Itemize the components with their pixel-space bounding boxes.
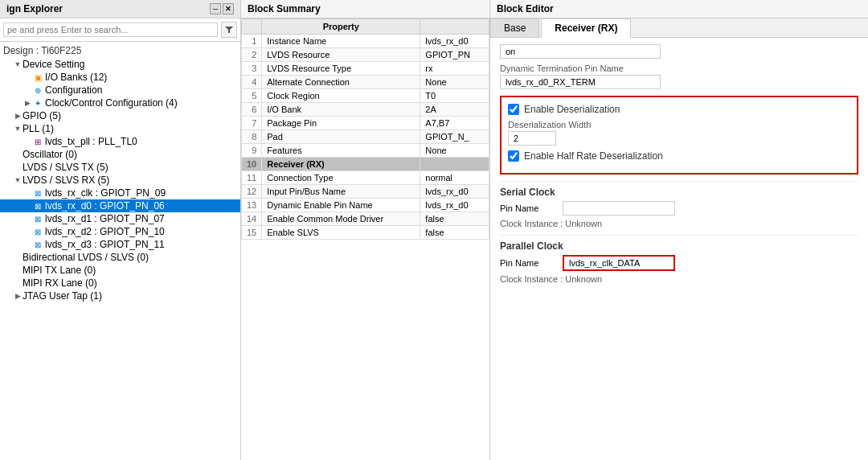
row-val [420, 158, 489, 171]
tree-item-pll-item[interactable]: ⊞ lvds_tx_pll : PLL_TL0 [0, 135, 240, 148]
tree-item-lvds-rx-clk[interactable]: ⊠ lvds_rx_clk : GPIOT_PN_09 [0, 187, 240, 199]
tree-label: lvds_rx_clk : GPIOT_PN_09 [45, 187, 166, 199]
row-prop: Dynamic Enable Pin Name [262, 199, 420, 212]
expand-arrow: ▼ [13, 125, 23, 133]
tree-item-configuration[interactable]: ⊕ Configuration [0, 84, 240, 97]
tree-item-clock-control[interactable]: ▶ ✦ Clock/Control Configuration (4) [0, 97, 240, 109]
filter-button[interactable] [221, 22, 237, 38]
serial-pin-label: Pin Name [500, 203, 556, 213]
row-num: 8 [242, 130, 262, 144]
dynamic-term-row: Dynamic Termination Pin Name [500, 64, 858, 89]
row-val: rx [420, 62, 489, 76]
row-val: GPIOT_PN [420, 48, 489, 62]
search-input[interactable] [3, 23, 218, 37]
row-val: GPIOT_N_ [420, 130, 489, 144]
row-val: None [420, 144, 489, 158]
tree-label: Configuration [45, 84, 102, 96]
tree-item-oscillator[interactable]: Oscillator (0) [0, 148, 240, 161]
close-btn[interactable]: ✕ [223, 3, 234, 14]
row-prop: Enable SLVS [262, 226, 420, 240]
tree-item-gpio[interactable]: ▶ GPIO (5) [0, 109, 240, 122]
dynamic-term-label: Dynamic Termination Pin Name [500, 64, 858, 73]
tree-item-bidirectional[interactable]: Bidirectional LVDS / SLVS (0) [0, 251, 240, 264]
tree-label: LVDS / SLVS RX (5) [23, 175, 109, 186]
deserialization-width-input[interactable] [508, 131, 556, 146]
pll-icon: ⊞ [32, 136, 43, 147]
tab-receiver-rx[interactable]: Receiver (RX) [541, 18, 631, 38]
table-row: 6 I/O Bank 2A [242, 103, 489, 117]
serial-pin-row: Pin Name [500, 201, 858, 216]
row-num: 14 [242, 212, 262, 226]
tree-label: GPIO (5) [23, 110, 61, 121]
tree-item-io-banks[interactable]: ▣ I/O Banks (12) [0, 71, 240, 84]
table-row: 9 Features None [242, 144, 489, 158]
row-val: normal [420, 171, 489, 185]
parallel-pin-label: Pin Name [500, 258, 556, 268]
block-editor-header: Block Editor [490, 0, 868, 18]
explorer-header: ign Explorer ─ ✕ [0, 0, 240, 18]
table-row-highlighted: 10 Receiver (RX) [242, 158, 489, 171]
tab-base[interactable]: Base [490, 18, 539, 37]
tree-item-mipi-rx[interactable]: MIPI RX Lane (0) [0, 277, 240, 290]
row-num: 6 [242, 103, 262, 117]
enable-deserialization-label: Enable Deserialization [524, 104, 620, 115]
tree-label: lvds_rx_d0 : GPIOT_PN_06 [45, 200, 165, 212]
parallel-clock-instance: Clock Instance : Unknown [500, 274, 858, 284]
tree-item-lvds-rx-d0[interactable]: ⊠ lvds_rx_d0 : GPIOT_PN_06 [0, 199, 240, 212]
enable-half-rate-row: Enable Half Rate Deserialization [508, 150, 850, 162]
block-summary-title: Block Summary [248, 3, 321, 14]
value-col-header [420, 19, 489, 35]
row-num: 15 [242, 226, 262, 240]
row-prop: Features [262, 144, 420, 158]
expand-arrow: ▼ [13, 176, 23, 184]
tree-item-device-setting[interactable]: ▼ Device Setting [0, 58, 240, 71]
tree-label: Device Setting [23, 59, 84, 70]
tree-item-lvds-rx-d3[interactable]: ⊠ lvds_rx_d3 : GPIOT_PN_11 [0, 238, 240, 251]
on-value-input[interactable] [500, 44, 661, 59]
tree-item-lvds-rx-d2[interactable]: ⊠ lvds_rx_d2 : GPIOT_PN_10 [0, 225, 240, 238]
tree-label: Bidirectional LVDS / SLVS (0) [23, 252, 149, 263]
serial-clock-section: Serial Clock Pin Name Clock Instance : U… [500, 181, 858, 228]
serial-pin-input[interactable] [563, 201, 675, 216]
io-banks-icon: ▣ [32, 72, 43, 83]
row-prop: I/O Bank [262, 103, 420, 117]
row-num: 11 [242, 171, 262, 185]
enable-deserialization-checkbox[interactable] [508, 104, 519, 115]
block-editor-title: Block Editor [497, 3, 554, 14]
row-val: false [420, 212, 489, 226]
table-row: 13 Dynamic Enable Pin Name lvds_rx_d0 [242, 199, 489, 212]
tree-item-jtag[interactable]: ▶ JTAG User Tap (1) [0, 290, 240, 302]
table-row: 3 LVDS Resource Type rx [242, 62, 489, 76]
tree-item-lvds-rx[interactable]: ▼ LVDS / SLVS RX (5) [0, 174, 240, 187]
row-num: 2 [242, 48, 262, 62]
rx-d3-icon: ⊠ [32, 239, 43, 250]
row-val: lvds_rx_d0 [420, 199, 489, 212]
block-table: Property 1 Instance Name lvds_rx_d0 2 LV… [241, 18, 489, 460]
row-num: 1 [242, 35, 262, 48]
dynamic-term-input[interactable] [500, 75, 661, 89]
tree-item-lvds-tx[interactable]: LVDS / SLVS TX (5) [0, 161, 240, 174]
row-prop: Connection Type [262, 171, 420, 185]
block-summary-header: Block Summary [241, 0, 489, 18]
expand-arrow: ▶ [13, 292, 23, 300]
tree-item-mipi-tx[interactable]: MIPI TX Lane (0) [0, 264, 240, 277]
row-val: T0 [420, 89, 489, 103]
enable-half-rate-label: Enable Half Rate Deserialization [524, 150, 663, 162]
row-prop: Pad [262, 130, 420, 144]
minimize-btn[interactable]: ─ [210, 3, 221, 14]
deserialization-width-label: Deserialization Width [508, 120, 850, 129]
row-prop: LVDS Resource Type [262, 62, 420, 76]
tree-item-pll[interactable]: ▼ PLL (1) [0, 122, 240, 135]
explorer-title: ign Explorer [6, 3, 63, 14]
row-val: lvds_rx_d0 [420, 185, 489, 199]
row-prop: Enable Common Mode Driver [262, 212, 420, 226]
row-prop: Receiver (RX) [262, 158, 420, 171]
expand-arrow: ▼ [13, 60, 23, 68]
on-value-row [500, 44, 858, 59]
row-num: 3 [242, 62, 262, 76]
enable-half-rate-checkbox[interactable] [508, 150, 519, 162]
row-num: 5 [242, 89, 262, 103]
design-explorer-panel: ign Explorer ─ ✕ Design : Ti60F225 [0, 0, 241, 460]
tree-item-lvds-rx-d1[interactable]: ⊠ lvds_rx_d1 : GPIOT_PN_07 [0, 212, 240, 225]
parallel-pin-input[interactable] [563, 255, 675, 271]
